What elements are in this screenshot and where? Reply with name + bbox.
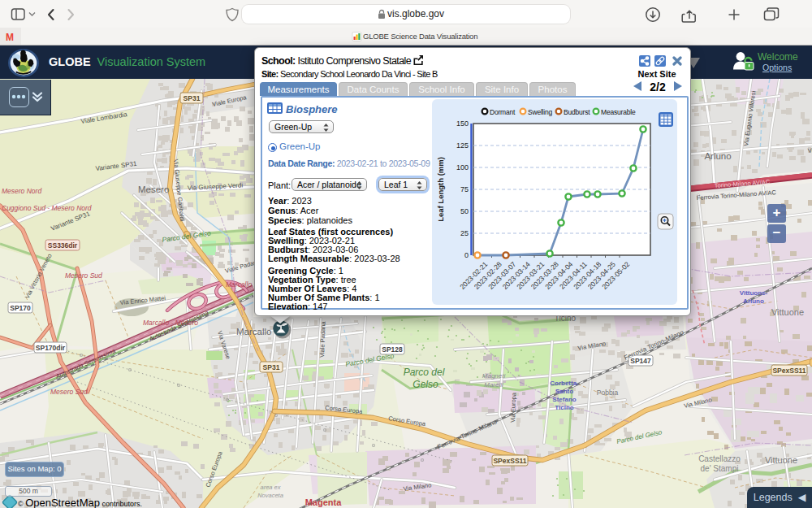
svg-text:50: 50 (460, 207, 469, 215)
svg-text:150: 150 (456, 119, 469, 128)
svg-text:Vittuone: Vittuone (771, 307, 804, 317)
svg-text:100: 100 (456, 163, 469, 172)
svg-text:Magneti: Magneti (482, 372, 506, 380)
svg-text:Marcallo: Marcallo (226, 280, 252, 289)
svg-text:SP31: SP31 (184, 94, 201, 102)
svg-text:125: 125 (456, 141, 469, 150)
svg-text:Marelli: Marelli (484, 381, 503, 389)
svg-text:SP31: SP31 (263, 363, 280, 371)
svg-text:Measurable: Measurable (601, 108, 636, 116)
svg-text:Corbetta-: Corbetta- (550, 380, 579, 387)
svg-text:area ex: area ex (260, 484, 280, 491)
svg-text:Mesero Sud: Mesero Sud (65, 271, 102, 280)
svg-text:SP170dir: SP170dir (36, 344, 66, 352)
svg-text:Leaf Length (mm): Leaf Length (mm) (436, 157, 445, 222)
svg-text:Dormant: Dormant (490, 108, 516, 116)
svg-text:Santo: Santo (555, 388, 573, 395)
svg-text:0: 0 (464, 251, 469, 259)
svg-text:Arluno: Arluno (704, 151, 731, 161)
svg-text:Vittuone-: Vittuone- (740, 289, 768, 297)
svg-text:SP170: SP170 (10, 304, 31, 312)
svg-text:25: 25 (460, 229, 469, 237)
svg-text:Viale Padana: Viale Padana (318, 320, 327, 358)
svg-text:SS336dir: SS336dir (48, 241, 78, 250)
svg-text:Arluno: Arluno (743, 297, 764, 305)
svg-text:Mesero: Mesero (138, 185, 169, 194)
svg-text:Parco del: Parco del (404, 367, 445, 378)
svg-text:SPexSS11: SPexSS11 (772, 367, 806, 375)
svg-text:Vittuone: Vittuone (765, 455, 797, 465)
svg-text:Mesero Sud: Mesero Sud (50, 388, 88, 396)
svg-text:Cuggiono Sud - Mesero Nord: Cuggiono Sud - Mesero Nord (2, 204, 92, 212)
svg-text:Castellazzo: Castellazzo (698, 454, 741, 463)
svg-text:Gelso: Gelso (412, 379, 438, 390)
svg-text:Swelling: Swelling (528, 108, 553, 116)
svg-text:Via Fil: Via Fil (807, 145, 812, 154)
svg-text:de' Stampi: de' Stampi (701, 464, 739, 473)
svg-text:Novaceta: Novaceta (257, 492, 283, 499)
svg-text:75: 75 (460, 185, 469, 193)
svg-text:Ticino: Ticino (555, 404, 574, 411)
svg-text:Budburst: Budburst (564, 108, 590, 116)
svg-text:Marcallo: Marcallo (236, 327, 271, 336)
svg-text:SPexSS11: SPexSS11 (493, 457, 526, 465)
svg-text:Pobbia: Pobbia (597, 389, 619, 397)
svg-text:Stefano: Stefano (552, 396, 576, 403)
svg-text:Mesero Nord: Mesero Nord (2, 187, 41, 195)
svg-text:Magenta: Magenta (305, 497, 343, 507)
svg-text:Via Europa: Via Europa (509, 392, 517, 423)
svg-text:M: M (6, 32, 14, 43)
